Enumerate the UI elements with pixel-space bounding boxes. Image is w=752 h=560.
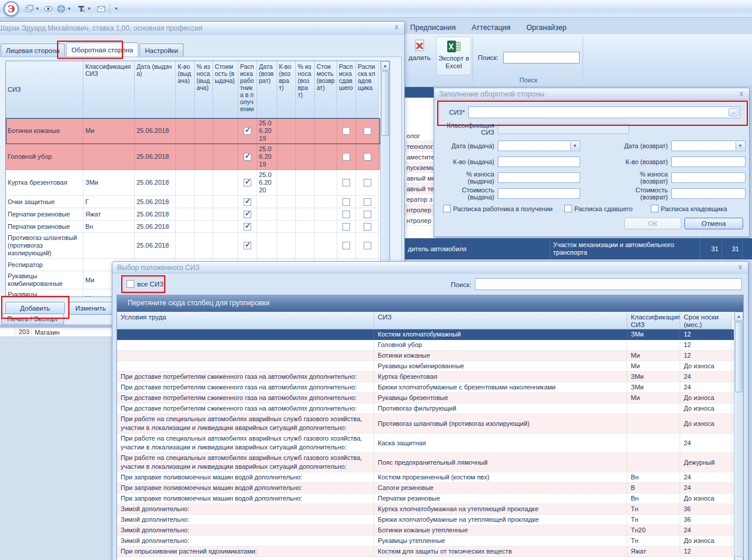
siz-option-row[interactable]: Костюм хлопчатобумажныйЗМи12: [117, 329, 734, 340]
background-left-row[interactable]: 203 Магазин: [0, 327, 112, 337]
print-export-button[interactable]: Печать / Экспорт: [1, 314, 64, 325]
app-logo[interactable]: Э: [4, 1, 19, 16]
mail-icon[interactable]: [95, 3, 107, 15]
dropdown-arrow-icon[interactable]: ▼: [736, 142, 744, 150]
column-header[interactable]: % износа (выдача): [195, 61, 213, 118]
tab-1[interactable]: Оборотная сторона: [66, 42, 138, 57]
scroll-up-icon[interactable]: ▲: [381, 61, 390, 71]
ellipsis-button[interactable]: ...: [728, 108, 738, 116]
receipt-checkbox[interactable]: [342, 242, 350, 249]
dropdown-arrow-icon[interactable]: ▼: [87, 6, 91, 11]
column-header[interactable]: Расписка кладовщика: [356, 61, 379, 118]
column-header[interactable]: Расписка работника в получении: [238, 61, 257, 118]
dialog-title-bar[interactable]: Заполнение оборотной стороны x: [434, 88, 749, 100]
column-header[interactable]: % износа (возврат): [296, 61, 315, 118]
field-input[interactable]: ▼: [671, 141, 746, 151]
field-input[interactable]: [671, 188, 746, 199]
column-header[interactable]: Расписка сдавшего: [337, 61, 356, 118]
siz-option-row[interactable]: Зимой дополнительно:Ботинки кожаные утеп…: [117, 525, 734, 536]
field-input[interactable]: [498, 156, 580, 167]
dropdown-arrow-icon[interactable]: ▼: [570, 142, 579, 150]
siz-option-row[interactable]: При доставке потребителям сжиженного газ…: [117, 404, 734, 414]
siz-grid-row[interactable]: Перчатки резиновыеВн25.06.2018: [6, 221, 380, 233]
field-input[interactable]: [671, 172, 746, 183]
close-icon[interactable]: x: [738, 89, 745, 99]
field-input[interactable]: [498, 188, 580, 199]
eye-icon[interactable]: [42, 3, 54, 15]
receipt-checkbox[interactable]: [244, 153, 251, 161]
receipt-checkbox[interactable]: [244, 242, 251, 249]
field-input[interactable]: [498, 172, 580, 183]
column-header[interactable]: Срок носки (мес.): [680, 312, 732, 329]
column-header[interactable]: Стоимость (возврат): [315, 61, 337, 118]
window-title-bar[interactable]: Шарак Эдуард Михайлович, ставка 1,00, ос…: [0, 22, 404, 35]
cancel-button[interactable]: Отмена: [684, 218, 743, 229]
siz-option-row[interactable]: При работе на специальных автомобилях ав…: [117, 453, 734, 472]
scroll-down-icon[interactable]: ▼: [734, 556, 743, 560]
receipt-option[interactable]: Расписка кладовщика: [651, 205, 727, 212]
receipt-checkbox[interactable]: [342, 127, 350, 135]
edit-button[interactable]: Изменить: [69, 302, 112, 315]
scroll-up-icon[interactable]: ▲: [734, 312, 743, 321]
receipt-checkbox[interactable]: [244, 179, 251, 186]
tab-2[interactable]: Настройки: [139, 44, 183, 57]
siz-option-row[interactable]: Рукавицы комбинированныеМиДо износа: [117, 361, 734, 372]
receipt-checkbox[interactable]: [342, 153, 350, 161]
receipt-checkbox[interactable]: [364, 127, 371, 135]
receipt-checkbox[interactable]: [244, 223, 251, 231]
receipt-checkbox[interactable]: [364, 198, 371, 206]
siz-option-row[interactable]: При опрыскивании растений ядохимикатами:…: [117, 546, 734, 557]
field-input[interactable]: ▼: [498, 141, 580, 151]
ribbon-tab-2[interactable]: Органайзер: [527, 24, 567, 32]
siz-option-row[interactable]: Зимой дополнительно:Куртка хлопчатобумаж…: [117, 504, 734, 515]
field-input[interactable]: [671, 156, 746, 167]
column-header[interactable]: Дата (возврат): [257, 61, 277, 118]
dialog-title-bar[interactable]: Выбор положенного СИЗ x: [112, 262, 748, 274]
ribbon-tab-0[interactable]: Предписания: [410, 24, 456, 32]
siz-option-row[interactable]: При заправке поливомоечных машин водой д…: [117, 472, 734, 483]
close-icon[interactable]: x: [737, 262, 744, 272]
siz-option-row[interactable]: При доставке потребителям сжиженного газ…: [117, 372, 734, 382]
receipt-option[interactable]: Расписка работника в получении: [443, 205, 553, 212]
receipt-checkbox[interactable]: [244, 211, 251, 218]
receipt-checkbox[interactable]: [364, 179, 371, 186]
siz-grid-row[interactable]: Головной убор25.06.201825.06.2019: [6, 144, 380, 170]
column-header[interactable]: СИЗ: [6, 61, 84, 118]
receipt-checkbox[interactable]: [364, 242, 371, 249]
siz-option-row[interactable]: При доставке потребителям сжиженного газ…: [117, 382, 734, 393]
siz-grid-row[interactable]: Ботинки кожаныеМи25.06.201825.06.2019: [6, 118, 380, 144]
siz-option-row[interactable]: При работе на специальных автомобилях ав…: [117, 434, 734, 453]
column-header[interactable]: К-во (возврат): [277, 61, 296, 118]
vertical-scrollbar[interactable]: ▲ ▼: [734, 312, 743, 560]
text-tool-icon[interactable]: [75, 3, 87, 15]
export-excel-button[interactable]: Экспорт в Excel: [436, 36, 471, 75]
siz-grid-row[interactable]: Куртка брезентоваяЗМи25.06.201825.06.202…: [6, 170, 380, 196]
receipt-checkbox[interactable]: [342, 179, 350, 186]
column-header[interactable]: Условия труда: [117, 312, 374, 329]
search-input[interactable]: [475, 278, 742, 290]
column-header[interactable]: СИЗ: [374, 312, 627, 329]
receipt-checkbox[interactable]: [342, 211, 350, 218]
siz-option-row[interactable]: Зимой дополнительно:Рукавицы утепленныеТ…: [117, 536, 734, 546]
cards-icon[interactable]: [24, 3, 35, 15]
siz-grid-row[interactable]: Противогаз шланговый (противогаз изолиру…: [6, 233, 380, 259]
all-siz-checkbox[interactable]: [127, 280, 134, 288]
receipt-checkbox[interactable]: [364, 211, 371, 218]
column-header[interactable]: Классификация СИЗ: [627, 312, 680, 329]
siz-option-row[interactable]: Ботинки кожаныеМи12: [117, 351, 734, 361]
delete-button[interactable]: далить: [404, 36, 435, 75]
column-header[interactable]: К-во (выдача): [176, 61, 195, 118]
column-header[interactable]: Стоимость (выдача): [213, 61, 238, 118]
toolbar-overflow-icon[interactable]: ▼: [114, 6, 118, 11]
add-button[interactable]: Добавить: [5, 302, 65, 315]
globe-icon[interactable]: [55, 3, 67, 15]
close-icon[interactable]: x: [393, 22, 400, 32]
background-selected-row[interactable]: дитель автомобиля Участок механизации и …: [405, 238, 752, 259]
column-header[interactable]: Классификация СИЗ: [84, 61, 135, 118]
siz-option-row[interactable]: Головной убор12: [117, 340, 734, 351]
siz-option-row[interactable]: При заправке поливомоечных машин водой д…: [117, 483, 734, 494]
column-header[interactable]: Дата (выдача): [135, 61, 176, 118]
dropdown-arrow-icon[interactable]: ▼: [35, 6, 39, 11]
checkbox[interactable]: [564, 205, 572, 212]
receipt-checkbox[interactable]: [364, 153, 371, 161]
